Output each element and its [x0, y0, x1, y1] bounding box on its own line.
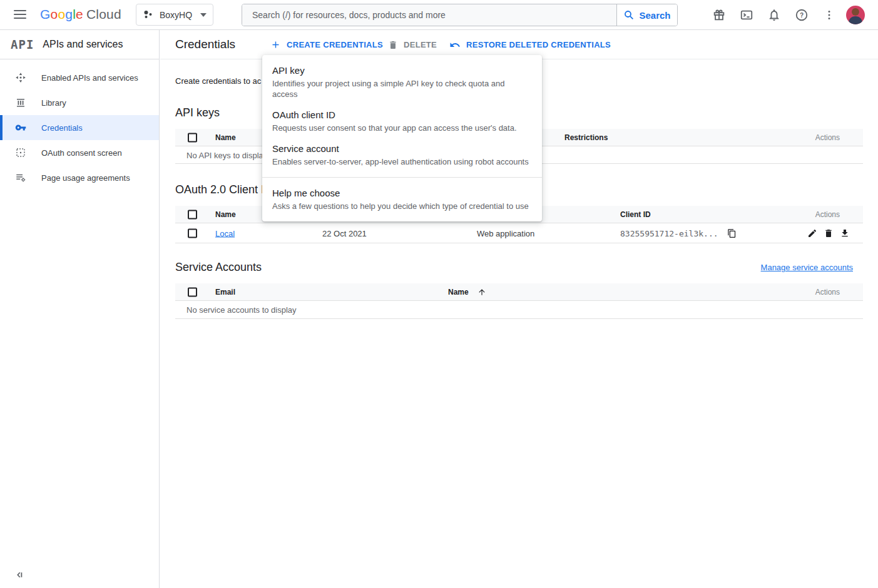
- edit-icon[interactable]: [807, 228, 817, 238]
- search-icon: [623, 9, 635, 21]
- menu-item-description: Enables server-to-server, app-level auth…: [272, 156, 532, 167]
- sidebar-item-library[interactable]: Library: [0, 90, 159, 115]
- type-value: Web application: [477, 228, 534, 238]
- cloud-logo-word: Cloud: [86, 7, 121, 21]
- plus-icon: [270, 39, 281, 50]
- restore-label: RESTORE DELETED CREDENTIALS: [466, 40, 611, 49]
- oauth-consent-icon: [15, 147, 26, 158]
- column-header-actions: Actions: [815, 210, 840, 219]
- column-header-name[interactable]: Name: [448, 288, 486, 297]
- sidebar-title: APIs and services: [43, 39, 123, 50]
- service-accounts-heading: Service Accounts: [175, 261, 262, 274]
- key-icon: [15, 122, 26, 133]
- menu-item-description: Requests user consent so that your app c…: [272, 123, 532, 133]
- delete-icon[interactable]: [824, 228, 834, 238]
- menu-item-help-me-choose[interactable]: Help me choose Asks a few questions to h…: [262, 183, 542, 216]
- download-icon[interactable]: [840, 228, 850, 238]
- google-logo-word: Google: [40, 7, 83, 21]
- oauth-client-link[interactable]: Local: [215, 228, 235, 238]
- table-row: Local 22 Oct 2021 Web application 832559…: [175, 223, 863, 243]
- menu-item-service-account[interactable]: Service account Enables server-to-server…: [262, 138, 542, 172]
- client-id-value: 83255951712-eil3k...: [620, 228, 718, 238]
- trash-icon: [388, 40, 398, 50]
- google-cloud-console: GoogleCloud BoxyHQ Search: [0, 0, 878, 588]
- sidebar: API APIs and services Enabled APIs and s…: [0, 30, 160, 588]
- project-selector[interactable]: BoxyHQ: [136, 4, 213, 26]
- oauth-clients-heading: OAuth 2.0 Client I: [175, 183, 264, 196]
- enabled-apis-icon: [15, 72, 26, 83]
- top-bar: GoogleCloud BoxyHQ Search: [0, 0, 878, 30]
- sidebar-item-label: OAuth consent screen: [41, 148, 122, 158]
- sidebar-item-credentials[interactable]: Credentials: [0, 115, 159, 140]
- intro-text: Create credentials to ac: [175, 76, 261, 86]
- column-header-name[interactable]: Name: [215, 133, 236, 142]
- create-credentials-label: CREATE CREDENTIALS: [287, 40, 383, 49]
- sidebar-items: Enabled APIs and services Library Creden…: [0, 59, 159, 190]
- column-header-name[interactable]: Name: [215, 210, 236, 219]
- row-actions: [807, 228, 850, 238]
- library-icon: [15, 97, 26, 108]
- sidebar-item-label: Library: [41, 98, 66, 108]
- gift-icon[interactable]: [712, 8, 727, 23]
- menu-item-title: Service account: [272, 142, 532, 155]
- project-name: BoxyHQ: [160, 10, 195, 20]
- page-usage-icon: [15, 172, 26, 183]
- menu-item-title: API key: [272, 64, 532, 77]
- sidebar-item-label: Enabled APIs and services: [41, 73, 138, 83]
- sidebar-item-oauth-consent[interactable]: OAuth consent screen: [0, 140, 159, 165]
- collapse-sidebar-icon[interactable]: [14, 569, 25, 580]
- page-title: Credentials: [175, 38, 235, 51]
- api-keys-heading: API keys: [175, 106, 220, 119]
- search-input[interactable]: [242, 10, 616, 20]
- sidebar-item-page-usage[interactable]: Page usage agreements: [0, 165, 159, 190]
- select-all-checkbox[interactable]: [188, 210, 197, 219]
- menu-item-description: Asks a few questions to help you decide …: [272, 201, 532, 211]
- notifications-icon[interactable]: [767, 8, 782, 23]
- menu-item-oauth-client-id[interactable]: OAuth client ID Requests user consent so…: [262, 104, 542, 138]
- help-icon[interactable]: ?: [794, 8, 809, 23]
- menu-icon[interactable]: [14, 10, 26, 19]
- menu-item-api-key[interactable]: API key Identifies your project using a …: [262, 60, 542, 104]
- select-all-checkbox[interactable]: [188, 133, 197, 142]
- column-header-email[interactable]: Email: [215, 288, 235, 297]
- column-header-restrictions[interactable]: Restrictions: [564, 133, 608, 142]
- search-input-wrap: [242, 4, 616, 26]
- search-button[interactable]: Search: [616, 4, 677, 26]
- menu-item-description: Identifies your project using a simple A…: [272, 78, 532, 99]
- svg-text:?: ?: [800, 12, 804, 19]
- creation-date-value: 22 Oct 2021: [322, 228, 367, 238]
- search-bar: Search: [242, 4, 678, 26]
- create-credentials-menu: API key Identifies your project using a …: [262, 55, 542, 221]
- row-checkbox[interactable]: [188, 228, 197, 238]
- more-vert-icon[interactable]: [822, 8, 837, 23]
- sidebar-item-label: Credentials: [41, 123, 83, 133]
- cloud-shell-icon[interactable]: [739, 8, 754, 23]
- copy-icon[interactable]: [727, 228, 737, 238]
- menu-item-title: OAuth client ID: [272, 108, 532, 121]
- column-header-actions: Actions: [815, 133, 840, 142]
- delete-label: DELETE: [404, 40, 437, 49]
- avatar[interactable]: [846, 6, 865, 24]
- service-accounts-table: Email Name Actions No service accounts t…: [175, 283, 863, 319]
- service-accounts-empty-row: No service accounts to display: [175, 301, 863, 319]
- restore-icon: [449, 39, 461, 51]
- menu-item-title: Help me choose: [272, 186, 532, 200]
- chevron-down-icon: [200, 13, 207, 20]
- project-icon: [143, 9, 154, 21]
- select-all-checkbox[interactable]: [188, 287, 197, 297]
- service-accounts-header-row: Email Name Actions: [175, 283, 863, 301]
- sidebar-header: API APIs and services: [0, 30, 159, 59]
- column-header-client-id[interactable]: Client ID: [620, 210, 651, 219]
- google-cloud-logo[interactable]: GoogleCloud: [40, 7, 121, 22]
- api-logo: API: [11, 38, 34, 51]
- sidebar-item-enabled-apis[interactable]: Enabled APIs and services: [0, 65, 159, 90]
- service-accounts-empty-text: No service accounts to display: [186, 305, 297, 315]
- search-button-label: Search: [639, 10, 670, 21]
- manage-service-accounts-link[interactable]: Manage service accounts: [761, 263, 853, 272]
- menu-divider: [262, 177, 542, 178]
- name-label: Name: [448, 288, 469, 297]
- sidebar-item-label: Page usage agreements: [41, 173, 130, 183]
- column-header-actions: Actions: [815, 288, 840, 297]
- sort-asc-icon: [477, 288, 486, 297]
- api-keys-empty-text: No API keys to displa: [186, 150, 263, 160]
